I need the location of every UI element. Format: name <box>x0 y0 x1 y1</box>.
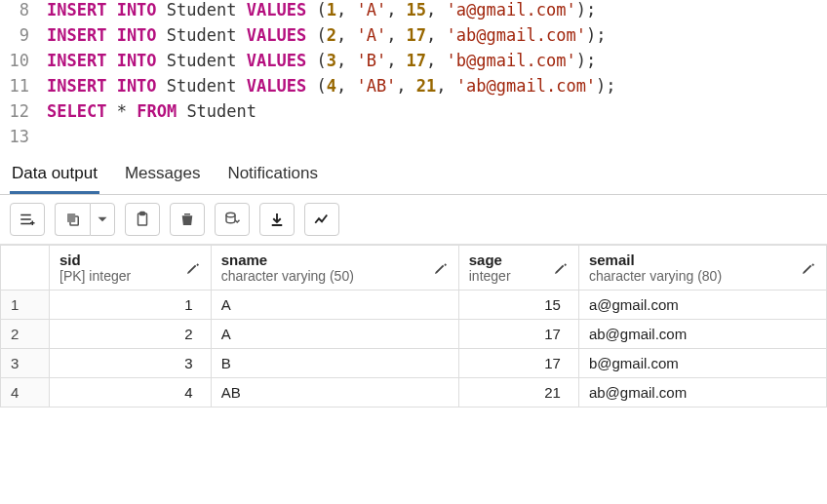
code-line[interactable]: 8INSERT INTO Student VALUES (1, 'A', 15,… <box>0 0 827 25</box>
code-content[interactable]: INSERT INTO Student VALUES (1, 'A', 15, … <box>47 0 827 19</box>
code-line[interactable]: 11INSERT INTO Student VALUES (4, 'AB', 2… <box>0 76 827 101</box>
table-row[interactable]: 44AB21ab@gmail.com <box>1 378 827 407</box>
svg-rect-1 <box>67 213 75 222</box>
row-number: 4 <box>1 378 50 407</box>
cell[interactable]: 2 <box>50 320 212 349</box>
result-table-body: 11A15a@gmail.com22A17ab@gmail.com33B17b@… <box>1 291 827 407</box>
cell[interactable]: A <box>211 291 458 320</box>
code-line[interactable]: 13 <box>0 127 827 152</box>
cell[interactable]: 15 <box>458 291 578 320</box>
code-line[interactable]: 12SELECT * FROM Student <box>0 101 827 127</box>
table-row[interactable]: 22A17ab@gmail.com <box>1 320 827 349</box>
tab-notifications[interactable]: Notifications <box>225 160 320 194</box>
rownum-header <box>1 246 50 291</box>
add-row-button[interactable] <box>10 203 45 236</box>
row-number: 3 <box>1 349 50 378</box>
line-number: 13 <box>0 127 47 146</box>
code-content[interactable]: INSERT INTO Student VALUES (3, 'B', 17, … <box>47 51 827 70</box>
sql-editor[interactable]: 8INSERT INTO Student VALUES (1, 'A', 15,… <box>0 0 827 152</box>
save-data-button[interactable] <box>215 203 250 236</box>
cell[interactable]: 21 <box>458 378 578 407</box>
table-row[interactable]: 11A15a@gmail.com <box>1 291 827 320</box>
copy-dropdown[interactable] <box>90 203 115 236</box>
col-name: sid <box>59 252 131 268</box>
column-header-sid[interactable]: sid[PK] integer <box>50 246 212 291</box>
cell[interactable]: 1 <box>50 291 212 320</box>
column-header-semail[interactable]: semailcharacter varying (80) <box>578 246 826 291</box>
table-row[interactable]: 33B17b@gmail.com <box>1 349 827 378</box>
cell[interactable]: ab@gmail.com <box>578 378 826 407</box>
cell[interactable]: A <box>211 320 458 349</box>
col-name: semail <box>589 252 722 268</box>
result-table-head: sid[PK] integersnamecharacter varying (5… <box>1 246 827 291</box>
cell[interactable]: B <box>211 349 458 378</box>
cell[interactable]: 3 <box>50 349 212 378</box>
col-name: sname <box>221 252 354 268</box>
column-header-sage[interactable]: sageinteger <box>458 246 578 291</box>
svg-rect-3 <box>140 213 145 215</box>
col-type: integer <box>469 268 511 284</box>
line-number: 10 <box>0 51 47 70</box>
code-line[interactable]: 9INSERT INTO Student VALUES (2, 'A', 17,… <box>0 25 827 51</box>
tab-data-output[interactable]: Data output <box>10 160 99 194</box>
code-content[interactable]: INSERT INTO Student VALUES (4, 'AB', 21,… <box>47 76 827 96</box>
col-type: character varying (50) <box>221 268 354 284</box>
code-content[interactable]: INSERT INTO Student VALUES (2, 'A', 17, … <box>47 25 827 45</box>
cell[interactable]: ab@gmail.com <box>578 320 826 349</box>
cell[interactable]: 4 <box>50 378 212 407</box>
cell[interactable]: a@gmail.com <box>578 291 826 320</box>
paste-button[interactable] <box>125 203 160 236</box>
row-number: 2 <box>1 320 50 349</box>
code-content[interactable]: SELECT * FROM Student <box>47 101 827 121</box>
output-tabs: Data output Messages Notifications <box>0 152 827 195</box>
line-number: 11 <box>0 76 47 96</box>
line-number: 12 <box>0 101 47 121</box>
delete-button[interactable] <box>170 203 205 236</box>
tab-messages[interactable]: Messages <box>123 160 202 194</box>
col-type: character varying (80) <box>589 268 722 284</box>
copy-button[interactable] <box>55 203 90 236</box>
graph-button[interactable] <box>304 203 339 236</box>
download-button[interactable] <box>259 203 295 236</box>
svg-point-4 <box>226 213 235 217</box>
result-toolbar <box>0 195 827 245</box>
cell[interactable]: AB <box>211 378 458 407</box>
line-number: 8 <box>0 0 47 19</box>
cell[interactable]: 17 <box>458 349 578 378</box>
line-number: 9 <box>0 25 47 45</box>
col-type: [PK] integer <box>59 268 131 284</box>
code-line[interactable]: 10INSERT INTO Student VALUES (3, 'B', 17… <box>0 51 827 76</box>
result-table: sid[PK] integersnamecharacter varying (5… <box>0 245 827 407</box>
col-name: sage <box>469 252 511 268</box>
cell[interactable]: b@gmail.com <box>578 349 826 378</box>
cell[interactable]: 17 <box>458 320 578 349</box>
column-header-sname[interactable]: snamecharacter varying (50) <box>211 246 458 291</box>
row-number: 1 <box>1 291 50 320</box>
